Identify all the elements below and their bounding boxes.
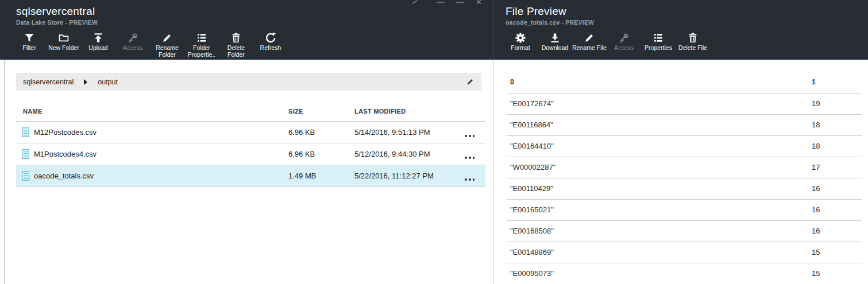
table-row: "E00095073" 15 xyxy=(507,263,862,284)
list-icon xyxy=(196,32,207,44)
left-blade-title: sqlservercentral xyxy=(16,5,95,18)
blade-divider xyxy=(493,60,493,284)
row-menu-button[interactable] xyxy=(462,149,477,162)
row-menu-button[interactable] xyxy=(462,127,477,141)
file-modified: 5/12/2016, 9:44:30 PM xyxy=(354,143,430,165)
toolbar-label: Rename Folder xyxy=(150,45,184,59)
properties-button[interactable]: Properties xyxy=(641,32,676,59)
format-button[interactable]: Format xyxy=(503,32,538,59)
filter-icon xyxy=(24,32,35,44)
breadcrumb-segment-root[interactable]: sqlservercentral xyxy=(23,78,74,86)
delete-file-button[interactable]: Delete File xyxy=(676,32,710,59)
table-row-selected[interactable]: oacode_totals.csv 1.49 MB 5/22/2016, 11:… xyxy=(16,165,485,187)
cropped-blade-controls[interactable] xyxy=(409,0,489,4)
file-modified: 5/14/2016, 9:51:13 PM xyxy=(354,122,430,143)
table-row: "W00002287" 17 xyxy=(507,157,862,178)
edit-path-pencil-icon[interactable] xyxy=(466,77,474,86)
download-button[interactable]: Download xyxy=(538,32,572,59)
blade-header-band: sqlservercentral Data Lake Store - PREVI… xyxy=(0,0,868,60)
rename-file-button[interactable]: Rename File xyxy=(572,32,607,59)
refresh-button[interactable]: Refresh xyxy=(253,32,288,59)
cell-total: 15 xyxy=(812,242,820,263)
new-folder-button[interactable]: New Folder xyxy=(47,32,81,59)
download-icon xyxy=(549,32,561,44)
preview-table: 0 1 "E00172674" 19 "E00116864" 18 "E0016… xyxy=(507,72,862,284)
rename-folder-button[interactable]: Rename Folder xyxy=(150,32,184,59)
upload-button[interactable]: Upload xyxy=(81,32,115,59)
new-folder-icon xyxy=(58,32,70,44)
toolbar-label: Refresh xyxy=(253,45,288,52)
table-row: "E00168508" 16 xyxy=(507,221,862,242)
cell-code: "E00172674" xyxy=(510,94,554,114)
file-name: M12Postcodes.csv xyxy=(34,122,97,143)
preview-table-header: 0 1 xyxy=(507,72,862,94)
file-table: NAME SIZE LAST MODIFIED M12Postcodes.csv… xyxy=(16,103,485,187)
cell-total: 16 xyxy=(812,200,820,220)
list-icon xyxy=(653,32,664,44)
pencil-icon xyxy=(161,32,173,44)
column-header-0: 0 xyxy=(510,72,514,93)
toolbar-label: Access xyxy=(607,45,641,52)
close-icon xyxy=(477,0,481,4)
table-row: "E00165021" 16 xyxy=(507,200,862,221)
cell-code: "E00110429" xyxy=(510,178,553,199)
pencil-icon xyxy=(584,32,595,44)
toolbar-label: Access xyxy=(115,45,150,52)
cell-code: "E00116864" xyxy=(510,115,553,135)
cell-code: "E00165021" xyxy=(510,200,554,220)
cell-total: 18 xyxy=(812,115,820,135)
right-blade-title: File Preview xyxy=(506,5,566,18)
file-size: 6.96 KB xyxy=(288,122,315,143)
cell-total: 19 xyxy=(812,94,820,114)
cell-total: 15 xyxy=(812,263,820,284)
table-row: "E00110429" 16 xyxy=(507,178,862,200)
table-row: "E00172674" 19 xyxy=(507,94,862,115)
file-size: 1.49 MB xyxy=(288,165,316,186)
file-name: oacode_totals.csv xyxy=(34,165,94,186)
toolbar-label: Upload xyxy=(81,45,115,52)
cell-code: "E00168508" xyxy=(510,221,554,242)
blade-divider xyxy=(493,0,493,60)
cell-code: "E00148869" xyxy=(510,242,554,263)
file-icon xyxy=(22,149,29,159)
access-button[interactable]: Access xyxy=(115,32,150,59)
access-button[interactable]: Access xyxy=(607,32,641,59)
cell-code: "W00002287" xyxy=(510,157,555,178)
column-header-size: SIZE xyxy=(288,108,303,115)
breadcrumb-arrow-icon xyxy=(84,79,87,85)
toolbar-label: Folder Propertie.. xyxy=(184,45,219,59)
toolbar-label: Rename File xyxy=(572,45,607,52)
toolbar-label: Properties xyxy=(641,45,676,52)
cell-total: 16 xyxy=(812,221,820,242)
refresh-icon xyxy=(265,32,276,44)
breadcrumb: sqlservercentral output xyxy=(16,73,481,91)
table-row: "E00116864" 18 xyxy=(507,115,862,136)
key-icon xyxy=(127,32,138,44)
toolbar-label: Delete Folder xyxy=(219,45,253,59)
right-blade-subtitle: oacode_totals.csv - PREVIEW xyxy=(506,19,594,26)
gear-icon xyxy=(515,32,526,44)
cell-total: 18 xyxy=(812,136,820,157)
left-blade-subtitle: Data Lake Store - PREVIEW xyxy=(16,19,98,26)
key-icon xyxy=(618,32,630,44)
table-row: "E00164410" 18 xyxy=(507,136,862,157)
toolbar-label: New Folder xyxy=(47,45,81,52)
toolbar-label: Format xyxy=(503,45,538,52)
trash-icon xyxy=(687,32,699,44)
table-row[interactable]: M1Postcodes4.csv 6.96 KB 5/12/2016, 9:44… xyxy=(16,143,485,165)
table-row: "E00148869" 15 xyxy=(507,242,862,263)
file-size: 6.96 KB xyxy=(288,143,315,165)
delete-folder-button[interactable]: Delete Folder xyxy=(219,32,253,59)
toolbar-label: Delete File xyxy=(676,45,710,52)
breadcrumb-segment-current[interactable]: output xyxy=(98,78,118,86)
cell-total: 17 xyxy=(812,157,820,178)
trash-icon xyxy=(230,32,242,44)
row-menu-button[interactable] xyxy=(462,170,477,184)
file-modified: 5/22/2016, 11:12:27 PM xyxy=(354,165,434,186)
left-blade-border xyxy=(4,60,5,284)
upload-icon xyxy=(92,32,104,44)
folder-properties-button[interactable]: Folder Propertie.. xyxy=(184,32,219,59)
table-row[interactable]: M12Postcodes.csv 6.96 KB 5/14/2016, 9:51… xyxy=(16,122,485,143)
filter-button[interactable]: Filter xyxy=(12,32,47,59)
cell-code: "E00095073" xyxy=(510,263,554,284)
